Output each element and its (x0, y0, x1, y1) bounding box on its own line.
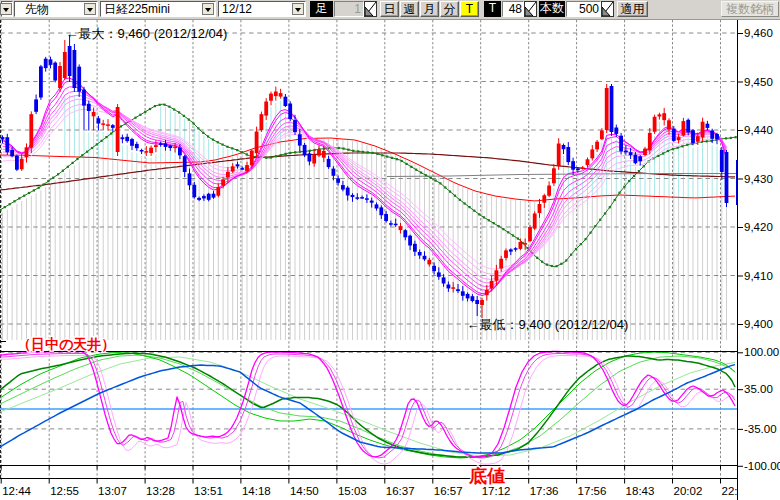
svg-text:13:07: 13:07 (98, 485, 127, 497)
svg-text:9,450: 9,450 (744, 76, 773, 88)
svg-text:9,430: 9,430 (744, 173, 773, 185)
svg-text:100.00: 100.00 (744, 346, 779, 358)
svg-text:底値: 底値 (468, 466, 505, 486)
svg-text:（日中の天井）: （日中の天井） (17, 336, 115, 352)
svg-text:17:36: 17:36 (530, 485, 559, 497)
svg-text:16:57: 16:57 (434, 485, 463, 497)
svg-text:12:44: 12:44 (2, 485, 31, 497)
svg-text:17:12: 17:12 (482, 485, 511, 497)
svg-text:15:03: 15:03 (338, 485, 367, 497)
svg-text:14:18: 14:18 (242, 485, 271, 497)
svg-text:13:51: 13:51 (194, 485, 223, 497)
svg-text:16:37: 16:37 (386, 485, 415, 497)
svg-text:9,410: 9,410 (744, 270, 773, 282)
svg-text:9,440: 9,440 (744, 124, 773, 136)
svg-text:←最低：9,400 (2012/12/04): ←最低：9,400 (2012/12/04) (467, 317, 629, 332)
svg-text:20:02: 20:02 (674, 485, 703, 497)
svg-text:←最大：9,460 (2012/12/04): ←最大：9,460 (2012/12/04) (66, 26, 228, 41)
svg-text:17:56: 17:56 (578, 485, 607, 497)
svg-text:14:50: 14:50 (290, 485, 319, 497)
svg-text:9,400: 9,400 (744, 318, 773, 330)
svg-text:-35.00: -35.00 (744, 423, 777, 435)
svg-text:35.00: 35.00 (744, 383, 773, 395)
svg-text:18:43: 18:43 (626, 485, 655, 497)
svg-text:12:55: 12:55 (50, 485, 79, 497)
svg-text:9,420: 9,420 (744, 221, 773, 233)
svg-text:13:28: 13:28 (146, 485, 175, 497)
svg-text:-100.00: -100.00 (744, 460, 780, 472)
svg-text:9,460: 9,460 (744, 27, 773, 39)
